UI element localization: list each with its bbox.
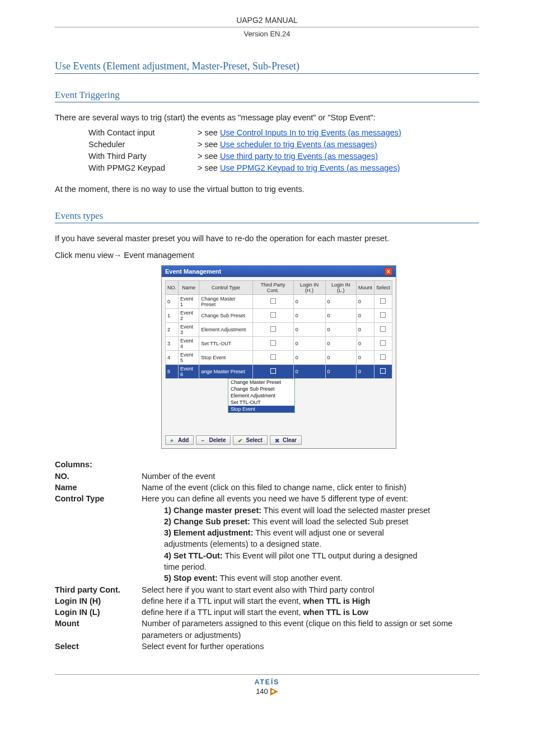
- col-desc-login-h: define here if a TTL input will start th…: [142, 595, 479, 607]
- doc-title: UAPG2 MANUAL: [55, 16, 479, 25]
- see-prefix: > see: [198, 140, 220, 149]
- col-desc-mount: Number of parameters assigned to this ev…: [142, 618, 479, 641]
- ct-option-3: 3) Element adjustment: This event will a…: [164, 527, 479, 538]
- section-event-triggering: Event Triggering: [55, 90, 479, 102]
- window-title: Event Management: [165, 268, 221, 275]
- x-icon: ✖: [275, 438, 280, 443]
- dropdown-option[interactable]: Element Adjustment: [228, 392, 294, 399]
- link-contact-input[interactable]: Use Control Inputs In to trig Events (as…: [220, 128, 401, 137]
- trig-label: With Contact input: [88, 127, 198, 139]
- close-icon[interactable]: ×: [385, 267, 392, 275]
- dropdown-option[interactable]: Set TTL-OUT: [228, 399, 294, 406]
- link-third-party[interactable]: Use third party to trig Events (as messa…: [220, 152, 378, 161]
- ct-option-4: 4) Set TTL-Out: This Event will pilot on…: [164, 550, 479, 561]
- table-row[interactable]: 3Event 4Set TTL-OUT000: [166, 337, 392, 351]
- trig-label: Scheduler: [88, 139, 198, 151]
- col-desc-login-l: define here if a TTL input will start th…: [142, 607, 479, 618]
- control-type-dropdown[interactable]: Change Master Preset Change Sub Preset E…: [228, 378, 295, 413]
- col-desc-no: Number of the event: [142, 471, 479, 482]
- note-menu-path: Click menu view→ Event management: [55, 250, 479, 261]
- see-prefix: > see: [198, 163, 220, 172]
- footer-divider: [55, 674, 479, 675]
- col-name: Name: [179, 281, 199, 295]
- select-button[interactable]: ✔Select: [233, 435, 267, 445]
- intro-text: There are several ways to trig (start) t…: [55, 112, 479, 124]
- section-use-events: Use Events (Element adjustment, Master-P…: [55, 60, 479, 74]
- col-no: NO.: [166, 281, 179, 295]
- table-row[interactable]: 2Event 3Element Adjustment000: [166, 323, 392, 337]
- ct-option-3-cont: adjustments (elements) to a designed sta…: [164, 538, 479, 550]
- columns-heading: Columns:: [55, 459, 142, 470]
- col-select: Select: [374, 281, 392, 295]
- see-prefix: > see: [198, 128, 220, 137]
- table-row[interactable]: 5Event 6ange Master Preset000: [166, 365, 392, 379]
- page-number: 140: [256, 687, 278, 696]
- event-management-window: Event Management × NO. Name Control Type…: [161, 265, 396, 449]
- table-row[interactable]: 0Event 1Change Master Preset000: [166, 295, 392, 309]
- ct-option-1: 1) Change master preset: This event will…: [164, 505, 479, 516]
- check-icon: ✔: [238, 438, 243, 443]
- trig-label: With PPMG2 Keypad: [88, 162, 198, 174]
- link-ppmg2[interactable]: Use PPMG2 Keypad to trig Events (as mess…: [220, 163, 400, 172]
- ct-option-2: 2) Change Sub preset: This event will lo…: [164, 516, 479, 527]
- events-table: NO. Name Control Type Third Party Cont. …: [165, 280, 392, 379]
- col-login-l: Login IN (L.): [325, 281, 356, 295]
- col-login-h: Login IN (H.): [293, 281, 325, 295]
- see-prefix: > see: [198, 152, 220, 161]
- col-label-select: Select: [55, 641, 142, 652]
- note-master-preset: If you have several master preset you wi…: [55, 233, 479, 245]
- doc-version: Version EN.24: [55, 30, 479, 38]
- col-label-third-party: Third party Cont.: [55, 584, 142, 595]
- note-virtual-button: At the moment, there is no way to use th…: [55, 184, 479, 195]
- divider: [55, 27, 479, 27]
- ct-option-4-cont: time period.: [164, 561, 479, 572]
- minus-icon: −: [201, 438, 207, 443]
- dropdown-option[interactable]: Change Sub Preset: [228, 386, 294, 392]
- col-label-login-h: Login IN (H): [55, 595, 142, 607]
- dropdown-option[interactable]: Stop Event: [228, 406, 294, 412]
- dropdown-option[interactable]: Change Master Preset: [228, 379, 294, 386]
- link-scheduler[interactable]: Use scheduler to trig Events (as message…: [220, 140, 377, 149]
- col-control-type: Control Type: [199, 281, 252, 295]
- col-label-login-l: Login IN (L): [55, 607, 142, 618]
- arrow-icon: [270, 688, 278, 696]
- section-events-types: Events types: [55, 210, 479, 223]
- col-desc-control-type: Here you can define all events you need …: [142, 493, 479, 504]
- col-label-no: NO.: [55, 471, 142, 482]
- trig-label: With Third Party: [88, 151, 198, 162]
- col-third-party: Third Party Cont.: [252, 281, 293, 295]
- clear-button[interactable]: ✖Clear: [270, 435, 302, 445]
- col-desc-name: Name of the event (click on this filed t…: [142, 482, 479, 493]
- col-mount: Mount: [356, 281, 374, 295]
- ct-option-5: 5) Stop event: This event will stop anot…: [164, 572, 479, 584]
- add-button[interactable]: +Add: [165, 435, 194, 445]
- plus-icon: +: [170, 438, 176, 443]
- table-row[interactable]: 4Event 5Stop Event000: [166, 351, 392, 365]
- col-label-name: Name: [55, 482, 142, 493]
- col-desc-third-party: Select here if you want to start event a…: [142, 584, 479, 595]
- ateis-logo: ATEÏS: [55, 678, 479, 686]
- table-row[interactable]: 1Event 2Change Sub Preset000: [166, 309, 392, 323]
- col-label-mount: Mount: [55, 618, 142, 641]
- delete-button[interactable]: −Delete: [196, 435, 231, 445]
- col-label-control-type: Control Type: [55, 493, 142, 504]
- col-desc-select: Select event for further operations: [142, 641, 479, 652]
